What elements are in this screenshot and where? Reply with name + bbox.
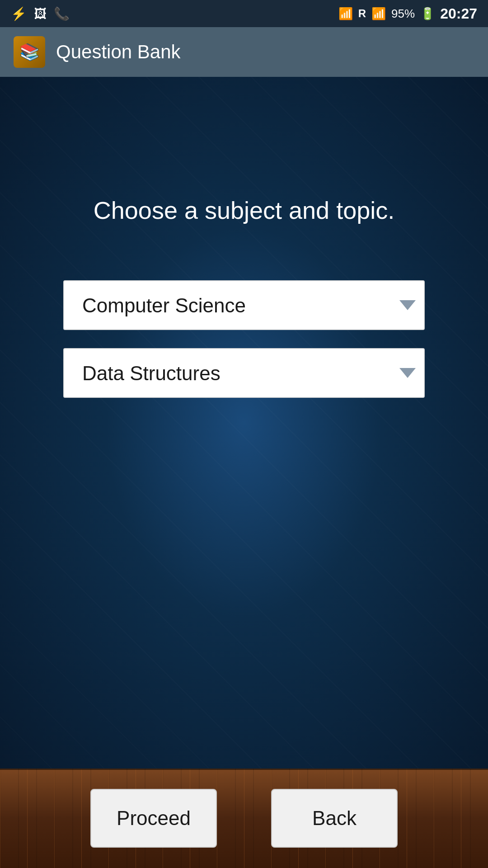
status-bar-left: ⚡ 🖼 📞 bbox=[11, 6, 70, 21]
subject-dropdown[interactable]: Computer Science Mathematics Physics Che… bbox=[63, 280, 425, 330]
app-title: Question Bank bbox=[56, 41, 181, 63]
subject-dropdown-wrapper[interactable]: Computer Science Mathematics Physics Che… bbox=[63, 280, 425, 330]
dropdown-container: Computer Science Mathematics Physics Che… bbox=[63, 280, 425, 398]
topic-dropdown-wrapper[interactable]: Data Structures Algorithms Operating Sys… bbox=[63, 348, 425, 398]
photo-icon: 🖼 bbox=[34, 6, 47, 21]
wifi-icon: 📶 bbox=[338, 7, 353, 21]
status-bar-right: 📶 R 📶 95% 🔋 20:27 bbox=[338, 5, 477, 22]
instruction-text: Choose a subject and topic. bbox=[94, 194, 394, 226]
battery-level: 95% bbox=[391, 7, 415, 21]
status-bar: ⚡ 🖼 📞 📶 R 📶 95% 🔋 20:27 bbox=[0, 0, 488, 27]
proceed-button[interactable]: Proceed bbox=[90, 789, 217, 848]
battery-icon: 🔋 bbox=[420, 7, 435, 21]
main-content: Choose a subject and topic. Computer Sci… bbox=[0, 77, 488, 769]
app-icon: 📚 bbox=[14, 36, 45, 68]
app-icon-emoji: 📚 bbox=[19, 42, 40, 61]
back-button[interactable]: Back bbox=[271, 789, 398, 848]
usb-icon: ⚡ bbox=[11, 6, 27, 21]
app-bar: 📚 Question Bank bbox=[0, 27, 488, 77]
topic-dropdown[interactable]: Data Structures Algorithms Operating Sys… bbox=[63, 348, 425, 398]
phone-icon: 📞 bbox=[54, 6, 70, 21]
signal-indicator: R bbox=[358, 7, 366, 20]
bottom-bar: Proceed Back bbox=[0, 769, 488, 868]
signal-bars: 📶 bbox=[371, 7, 386, 21]
clock: 20:27 bbox=[440, 5, 477, 22]
